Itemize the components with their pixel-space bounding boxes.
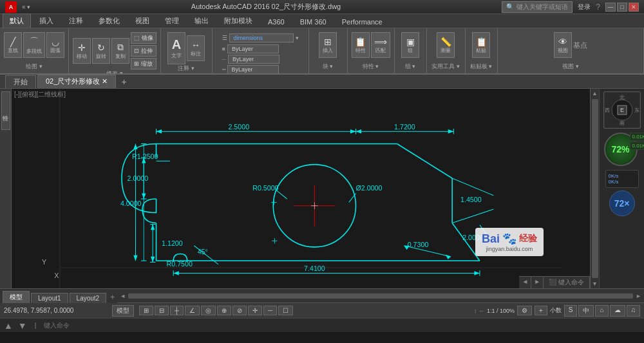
otrack-button[interactable]: ⊕ [217,306,231,315]
clipboard-tools: 📋粘贴 [472,30,490,58]
tab-performance[interactable]: Performance [335,15,390,28]
ortho-button[interactable]: ┼ [170,306,184,315]
canvas-area[interactable]: [-][俯视][二维线框] X Y [12,89,590,288]
scroll-right-button[interactable]: ► [636,293,641,299]
scroll-left-button[interactable]: ◄ [120,293,126,299]
svg-text:Y: Y [42,258,46,266]
layer-dropdown[interactable]: dimensions [229,33,294,42]
tab-default[interactable]: 默认 [3,14,31,28]
tab-insert[interactable]: 插入 [32,14,61,28]
cmd-nav-down[interactable]: ▼ [18,320,27,331]
view-button[interactable]: 👁视图 [554,32,572,58]
arc-button[interactable]: ◡圆弧 [46,32,64,58]
h-scroll-thumb[interactable] [128,293,633,299]
tb-btn-2[interactable]: 中 [578,305,594,317]
scroll-thumb[interactable] [592,99,598,278]
plus-button[interactable]: + [535,306,547,315]
layout-layout2-tab[interactable]: Layout2 [70,293,107,303]
menu-icons[interactable]: ≡ ▾ [22,4,30,10]
tb-btn-3[interactable]: ⌂ [595,305,608,317]
autocad-logo: A [5,1,17,13]
layout-layout1-tab[interactable]: Layout1 [31,293,68,303]
dimension-button[interactable]: ↔标注 [187,35,205,61]
text-button[interactable]: A文字 [167,32,185,64]
tp-button[interactable]: ☐ [278,306,293,315]
tb-btn-4[interactable]: ☁ [610,305,625,317]
settings-button[interactable]: ⚙ [517,306,532,315]
view-group-label: 视图 ▾ [562,62,579,72]
svg-marker-55 [151,257,155,263]
svg-text:X: X [54,272,59,279]
layout-tabs: 模型 Layout1 Layout2 + [0,289,117,303]
dyn-button[interactable]: ✛ [248,306,262,315]
cmd-nav-up[interactable]: ▲ [4,320,13,331]
tab-add-button[interactable]: + [117,75,130,88]
layout-add-button[interactable]: + [108,292,117,303]
tab-annotate[interactable]: 注释 [62,14,90,28]
layer-arrow[interactable]: ▾ [296,35,299,41]
copy-button[interactable]: ⧉复制 [111,38,129,64]
tab-output[interactable]: 输出 [187,14,216,28]
command-input[interactable] [44,322,640,329]
tab-drawing[interactable]: 02_尺寸外形修改 ✕ [37,75,116,88]
tab-view[interactable]: 视图 [128,14,156,28]
help-icon[interactable]: ? [596,3,600,12]
group-button[interactable]: ▣组 [401,32,419,58]
tab-a360[interactable]: A360 [261,15,292,28]
properties-button[interactable]: 📋特性 [352,32,370,58]
paste-button[interactable]: 📋粘贴 [472,32,490,58]
insert-block-button[interactable]: ⊞插入 [319,32,337,58]
color-dropdown[interactable]: ByLayer [227,44,279,53]
vertical-scrollbar[interactable]: ▲ ▼ [590,89,599,288]
color-rows: ■ ByLayer ─ ByLayer ━ ByLayer [222,44,299,74]
search-box[interactable]: 🔍 键入关键字或短语 [502,1,573,13]
svg-text:1.4500: 1.4500 [460,196,482,203]
grid-button[interactable]: ⊞ [139,306,153,315]
close-button[interactable]: ✕ [629,3,639,12]
move-button[interactable]: ✛移动 [73,38,91,64]
scroll-down-button[interactable]: ▼ [592,281,598,287]
tb-btn-5[interactable]: ♫ [627,305,641,317]
model-toggle[interactable]: 模型 [112,305,134,317]
tab-parametric[interactable]: 参数化 [91,14,127,28]
base-point-label: 基点 [573,41,587,50]
login-button[interactable]: 登录 [578,3,591,12]
tab-manage[interactable]: 管理 [158,14,186,28]
minimize-button[interactable]: — [605,3,616,12]
mirror-button[interactable]: ⬚ 镜像 [131,32,156,44]
layout-model-tab[interactable]: 模型 [3,291,30,303]
ducs-button[interactable]: ⊘ [232,306,247,315]
linetype-dropdown[interactable]: ByLayer [228,55,279,64]
pan-right-button[interactable]: ► [531,277,544,288]
stretch-button[interactable]: ⊡ 拉伸 [131,45,156,57]
zoom-controls: ↕ ↔ 1:1 / 100% ⚙ + 小数 S 中 ⌂ ☁ ♫ [474,305,640,317]
ribbon-tabs: 默认 插入 注释 参数化 视图 管理 输出 附加模块 A360 BIM 360 … [0,14,644,28]
pan-left-button[interactable]: ◄ [519,277,531,288]
maximize-button[interactable]: □ [617,3,627,12]
lineweight-dropdown[interactable]: ByLayer [227,65,279,74]
scroll-up-button[interactable]: ▲ [592,90,598,97]
linetype-icon: ─ [222,56,226,62]
polyline-button[interactable]: ⌒多段线 [23,32,45,58]
lw-button[interactable]: ─ [263,306,277,315]
h-scrollbar[interactable]: ◄ ► [117,289,644,302]
mini-gauge-1: 0K/s 0K/s [605,170,639,188]
tab-bim360[interactable]: BIM 360 [293,15,334,28]
compass-box: 北 东 南 西 E [603,91,641,129]
tb-btn-1[interactable]: S [564,305,578,317]
scale-button[interactable]: ⊞ 缩放 [131,58,156,70]
osnap-button[interactable]: ◎ [201,306,216,315]
polar-button[interactable]: ∠ [185,306,200,315]
tab-addons[interactable]: 附加模块 [217,14,260,28]
tab-start[interactable]: 开始 [5,75,36,88]
viewport-label: [-][俯视][二维线框] [14,90,66,99]
color-icon: ■ [222,46,225,52]
matchprop-button[interactable]: ⟹匹配 [371,32,390,58]
properties-side-btn[interactable]: 特性 [1,91,10,130]
rotate-button[interactable]: ↻旋转 [92,38,110,64]
pan-input[interactable]: ⬛ 键入命令 [544,277,590,288]
line-button[interactable]: ╱直线 [4,32,22,58]
measure-button[interactable]: 📏测量 [437,32,455,58]
layer-tools: ☰ dimensions ▾ ■ ByLayer ─ ByLayer ━ ByL… [222,30,299,74]
snap-button[interactable]: ⊟ [155,306,169,315]
